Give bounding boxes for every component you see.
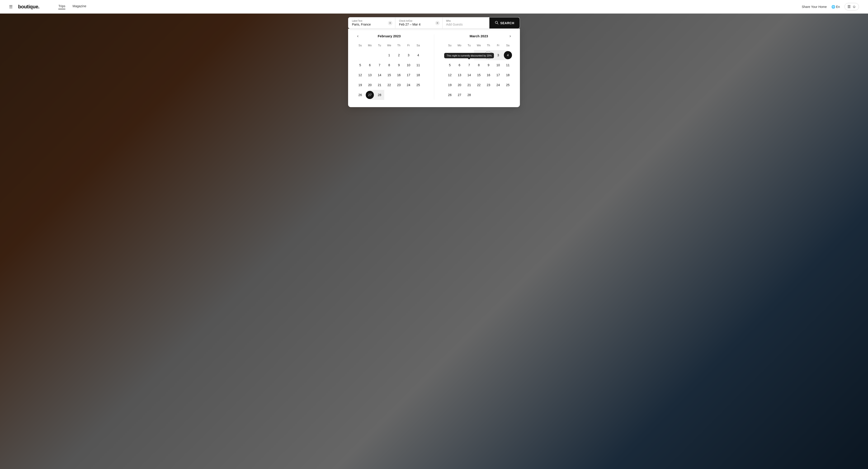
mar-weekday-su: Su	[445, 42, 455, 49]
mar-day-19[interactable]: 19	[445, 80, 455, 90]
mar-header: March 2023 ›	[445, 34, 513, 38]
next-month-button[interactable]: ›	[508, 33, 513, 39]
nav-trips[interactable]: Trips	[58, 4, 65, 9]
mar-empty-2	[455, 50, 464, 60]
mar-empty-1	[445, 50, 455, 60]
globe-icon: 🌐	[831, 5, 835, 8]
mar-days-grid: 1 2 3 4 5 6 7 This night is currently di…	[445, 50, 513, 100]
feb-day-7[interactable]: 7	[375, 60, 384, 70]
feb-day-22[interactable]: 22	[384, 80, 394, 90]
feb-day-5[interactable]: 5	[355, 60, 365, 70]
mar-day-5[interactable]: 5	[445, 60, 455, 70]
feb-days-grid: 1 2 3 4 5 6 7 8 9 10 11 12 13 14	[355, 50, 423, 100]
mar-weekday-sa: Sa	[503, 42, 513, 49]
mar-day-26[interactable]: 26	[445, 90, 455, 100]
share-home-link[interactable]: Share Your Home	[802, 5, 827, 8]
mar-day-28[interactable]: 28	[464, 90, 474, 100]
mar-weekday-we: We	[474, 42, 484, 49]
date-field[interactable]: Check In/Out Feb 27 – Mar 4 ✕	[395, 18, 442, 29]
location-field[interactable]: Label Text Paris, France ✕	[348, 18, 395, 29]
lang-label: En	[836, 5, 840, 8]
feb-day-2[interactable]: 2	[394, 50, 404, 60]
feb-day-19[interactable]: 19	[355, 80, 365, 90]
feb-day-12[interactable]: 12	[355, 70, 365, 80]
feb-empty-2	[365, 50, 375, 60]
mar-weekday-th: Th	[484, 42, 493, 49]
feb-day-3[interactable]: 3	[404, 50, 413, 60]
feb-day-6[interactable]: 6	[365, 60, 375, 70]
mar-day-21[interactable]: 21	[464, 80, 474, 90]
feb-day-25[interactable]: 25	[413, 80, 423, 90]
mar-day-15[interactable]: 15	[474, 70, 484, 80]
mar-day-16[interactable]: 16	[484, 70, 493, 80]
mar-day-3[interactable]: 3	[493, 50, 503, 60]
feb-day-4[interactable]: 4	[413, 50, 423, 60]
prev-month-button[interactable]: ‹	[355, 33, 360, 39]
feb-day-26[interactable]: 26	[355, 90, 365, 100]
mar-day-23[interactable]: 23	[484, 80, 493, 90]
mar-day-7[interactable]: 7 This night is currently discounted by …	[464, 60, 474, 70]
feb-day-10[interactable]: 10	[404, 60, 413, 70]
mar-day-11[interactable]: 11	[503, 60, 513, 70]
feb-day-15[interactable]: 15	[384, 70, 394, 80]
mar-day-9[interactable]: 9	[484, 60, 493, 70]
mar-day-2[interactable]: 2	[484, 50, 493, 60]
mar-day-1[interactable]: 1	[474, 50, 484, 60]
user-icon: ☺	[852, 5, 856, 9]
weekday-fr: Fr	[404, 42, 413, 49]
feb-day-28[interactable]: 28	[375, 90, 384, 100]
search-label: SEARCH	[500, 21, 514, 25]
feb-day-27[interactable]: 27	[365, 90, 375, 100]
weekday-th: Th	[394, 42, 404, 49]
logo[interactable]: boutique.	[18, 4, 39, 10]
mar-day-14[interactable]: 14	[464, 70, 474, 80]
feb-day-1[interactable]: 1	[384, 50, 394, 60]
feb-day-17[interactable]: 17	[404, 70, 413, 80]
feb-weekdays: Su Mo Tu We Th Fr Sa	[355, 42, 423, 49]
mar-day-4[interactable]: 4	[503, 50, 513, 60]
feb-day-8[interactable]: 8	[384, 60, 394, 70]
mar-day-13[interactable]: 13	[455, 70, 464, 80]
weekday-we: We	[384, 42, 394, 49]
feb-day-13[interactable]: 13	[365, 70, 375, 80]
mar-day-20[interactable]: 20	[455, 80, 464, 90]
location-clear-button[interactable]: ✕	[388, 21, 393, 25]
mar-empty-row5-5	[484, 90, 493, 100]
calendar-dropdown: ‹ February 2023 Su Mo Tu We Th Fr Sa	[348, 29, 520, 107]
lang-selector[interactable]: 🌐 En	[831, 5, 840, 8]
feb-day-11[interactable]: 11	[413, 60, 423, 70]
feb-day-21[interactable]: 21	[375, 80, 384, 90]
user-menu-button[interactable]: ☰ ☺	[844, 3, 859, 10]
feb-day-9[interactable]: 9	[394, 60, 404, 70]
nav-magazine[interactable]: Magazine	[72, 4, 86, 9]
mar-weekday-mo: Mo	[455, 42, 464, 49]
mar-day-8[interactable]: 8	[474, 60, 484, 70]
mar-day-10[interactable]: 10	[493, 60, 503, 70]
guests-field[interactable]: Who Add Guests	[442, 18, 489, 29]
mar-day-6[interactable]: 6	[455, 60, 464, 70]
feb-empty-row5-6	[404, 90, 413, 100]
feb-day-16[interactable]: 16	[394, 70, 404, 80]
mar-day-25[interactable]: 25	[503, 80, 513, 90]
mar-day-27[interactable]: 27	[455, 90, 464, 100]
menu-icon[interactable]: ☰	[9, 4, 13, 9]
mar-day-22[interactable]: 22	[474, 80, 484, 90]
mar-day-12[interactable]: 12	[445, 70, 455, 80]
feb-day-23[interactable]: 23	[394, 80, 404, 90]
feb-empty-row5-4	[384, 90, 394, 100]
search-button[interactable]: SEARCH	[489, 18, 520, 29]
location-label: Label Text	[352, 20, 392, 22]
location-value: Paris, France	[352, 23, 392, 26]
feb-day-20[interactable]: 20	[365, 80, 375, 90]
calendar-section: Label Text Paris, France ✕ Check In/Out …	[0, 13, 868, 107]
mar-empty-row5-4	[474, 90, 484, 100]
feb-day-14[interactable]: 14	[375, 70, 384, 80]
date-clear-button[interactable]: ✕	[435, 21, 440, 25]
feb-day-24[interactable]: 24	[404, 80, 413, 90]
mar-day-17[interactable]: 17	[493, 70, 503, 80]
feb-day-18[interactable]: 18	[413, 70, 423, 80]
mar-day-24[interactable]: 24	[493, 80, 503, 90]
mar-day-18[interactable]: 18	[503, 70, 513, 80]
feb-empty-row5-5	[394, 90, 404, 100]
date-value: Feb 27 – Mar 4	[399, 23, 438, 26]
